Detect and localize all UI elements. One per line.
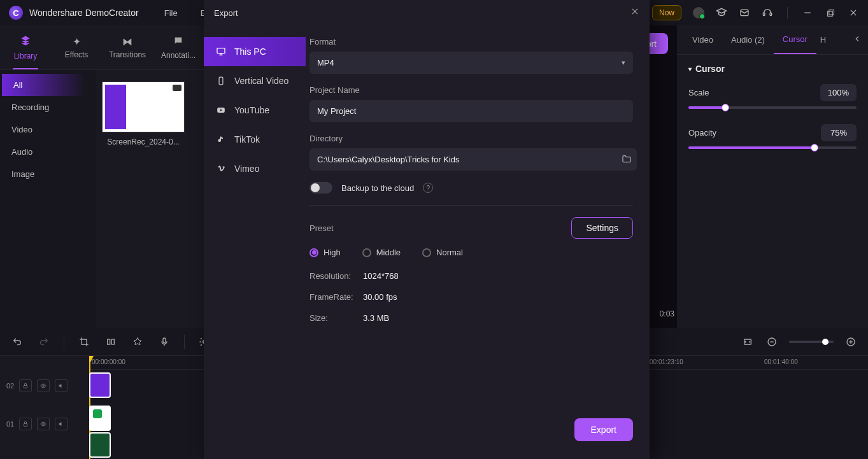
size-value: 3.3 MB: [363, 313, 389, 323]
media-thumbnail: [102, 81, 185, 132]
slider-thumb-icon[interactable]: [811, 144, 818, 152]
tab-annotations[interactable]: Annotati...: [153, 25, 204, 69]
library-icon: [20, 35, 31, 49]
upgrade-now-badge[interactable]: Now: [652, 5, 681, 20]
category-audio[interactable]: Audio: [0, 141, 96, 163]
tabs-scroll-left-icon[interactable]: [853, 34, 862, 45]
ptab-highlight[interactable]: H: [816, 25, 830, 54]
svg-rect-9: [111, 339, 114, 344]
maximize-icon[interactable]: [825, 7, 836, 18]
ptab-cursor[interactable]: Cursor: [774, 25, 816, 54]
annotations-icon: [173, 36, 183, 48]
svg-rect-5: [827, 11, 832, 16]
tab-effects[interactable]: ✦ Effects: [51, 25, 102, 69]
format-select[interactable]: MP4 ▾: [309, 52, 633, 74]
dest-youtube[interactable]: YouTube: [204, 95, 306, 125]
undo-icon[interactable]: [10, 335, 24, 349]
slider-thumb-icon[interactable]: [722, 104, 729, 111]
slider-thumb-icon[interactable]: [822, 339, 829, 345]
crop-icon[interactable]: [77, 335, 91, 349]
track-visibility-icon[interactable]: [37, 418, 50, 430]
scale-slider[interactable]: [688, 106, 857, 109]
track-visibility-icon[interactable]: [37, 379, 50, 392]
tab-transitions-label: Transitions: [109, 50, 146, 59]
preset-normal[interactable]: Normal: [422, 248, 463, 257]
svg-rect-4: [829, 10, 834, 15]
redo-icon[interactable]: [37, 335, 51, 349]
zoom-in-icon[interactable]: [844, 335, 858, 349]
mail-icon[interactable]: [739, 7, 750, 18]
camera-icon: [173, 85, 181, 91]
opacity-slider[interactable]: [688, 146, 857, 149]
ptab-audio[interactable]: Audio (2): [722, 25, 774, 54]
minimize-icon[interactable]: [802, 7, 813, 18]
clip-cursor[interactable]: [89, 372, 111, 398]
vimeo-icon: [215, 163, 227, 174]
tool-tabs: Library ✦ Effects ⧓ Transitions Annotati…: [0, 25, 204, 70]
ruler-time: 00:01:23:10: [650, 358, 683, 365]
preset-middle[interactable]: Middle: [362, 248, 401, 257]
menu-file[interactable]: File: [164, 8, 178, 18]
help-icon[interactable]: ?: [423, 183, 433, 193]
clip-screen[interactable]: [89, 406, 111, 431]
resolution-row: Resolution: 1024*768: [309, 271, 633, 281]
track-mute-icon[interactable]: [55, 418, 68, 430]
ptab-video[interactable]: Video: [683, 25, 722, 54]
track-number: 01: [6, 420, 14, 428]
close-icon[interactable]: [848, 7, 859, 18]
tab-transitions[interactable]: ⧓ Transitions: [102, 25, 153, 69]
toolbar-sep: [64, 335, 64, 349]
directory-input[interactable]: [309, 148, 637, 171]
preview-duration: 0:03: [660, 309, 674, 318]
scale-slider-row: Scale 100%: [688, 84, 857, 109]
export-destinations: This PC Vertical Video YouTube TikTok Vi…: [204, 25, 306, 408]
support-icon[interactable]: [762, 7, 773, 18]
academy-icon[interactable]: [716, 7, 727, 18]
divider: [309, 205, 633, 206]
tab-effects-label: Effects: [65, 50, 88, 59]
track-header-01: 01: [0, 408, 89, 440]
category-video[interactable]: Video: [0, 118, 96, 141]
preset-settings-button[interactable]: Settings: [571, 217, 633, 239]
size-row: Size: 3.3 MB: [309, 313, 633, 323]
dest-label: YouTube: [234, 105, 269, 115]
track-lock-icon[interactable]: [19, 418, 32, 430]
opacity-value[interactable]: 75%: [821, 124, 857, 141]
dest-tiktok[interactable]: TikTok: [204, 125, 306, 154]
svg-rect-24: [217, 48, 225, 53]
zoom-out-icon[interactable]: [765, 335, 779, 349]
category-all[interactable]: All: [0, 74, 96, 96]
zoom-slider[interactable]: [789, 341, 834, 343]
category-image[interactable]: Image: [0, 163, 96, 185]
track-header-02: 02: [0, 370, 89, 402]
track-lock-icon[interactable]: [19, 379, 32, 392]
modal-close-icon[interactable]: [630, 7, 639, 18]
folder-browse-icon[interactable]: [622, 154, 633, 166]
svg-rect-25: [219, 77, 223, 85]
scale-value[interactable]: 100%: [820, 84, 857, 101]
tab-library[interactable]: Library: [0, 25, 51, 69]
framerate-value: 30.00 fps: [363, 292, 397, 302]
fit-icon[interactable]: [741, 335, 755, 349]
directory-label: Directory: [309, 134, 633, 143]
avatar-icon[interactable]: [693, 7, 704, 18]
cursor-group-title[interactable]: Cursor: [688, 64, 857, 74]
clip-video[interactable]: [89, 432, 111, 458]
preset-normal-label: Normal: [436, 248, 463, 257]
preset-high[interactable]: High: [309, 248, 341, 257]
project-name-input[interactable]: [309, 100, 633, 122]
export-settings-form: Format MP4 ▾ Project Name Directory: [306, 25, 650, 408]
export-confirm-button[interactable]: Export: [574, 418, 633, 441]
category-recording[interactable]: Recording: [0, 96, 96, 118]
media-item[interactable]: ScreenRec_2024-0...: [102, 81, 185, 146]
framerate-row: FrameRate: 30.00 fps: [309, 292, 633, 302]
backup-cloud-toggle[interactable]: [309, 182, 332, 194]
track-mute-icon[interactable]: [55, 379, 68, 392]
split-icon[interactable]: [104, 335, 118, 349]
dest-this-pc[interactable]: This PC: [204, 37, 306, 66]
dest-vimeo[interactable]: Vimeo: [204, 154, 306, 183]
track-number: 02: [6, 382, 14, 390]
dest-vertical-video[interactable]: Vertical Video: [204, 66, 306, 95]
marker-icon[interactable]: [131, 335, 145, 349]
voiceover-icon[interactable]: [157, 335, 171, 349]
